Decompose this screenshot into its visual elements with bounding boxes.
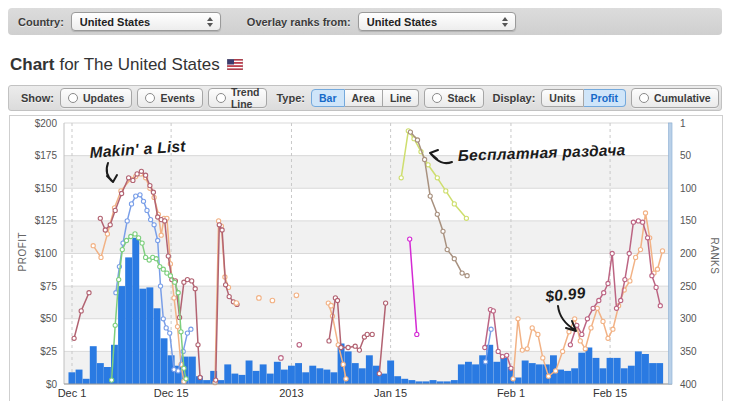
chart-type-segmented-control: Bar Area Line: [311, 89, 419, 107]
svg-text:$25: $25: [40, 346, 57, 357]
svg-text:Feb 15: Feb 15: [593, 387, 627, 399]
radio-icon: [68, 93, 78, 103]
svg-text:400: 400: [680, 379, 697, 390]
profit-axis-title: PROFIT: [17, 232, 28, 272]
display-label: Display:: [493, 92, 536, 104]
ranks-axis-ticks: 150100150200250300350400: [680, 118, 697, 390]
trend-line-toggle-button[interactable]: Trend Line: [208, 88, 268, 108]
svg-text:150: 150: [680, 215, 697, 226]
svg-text:$75: $75: [40, 281, 57, 292]
overlay-ranks-label: Overlay ranks from:: [247, 16, 351, 28]
profit-axis-ticks: $200$175$150$125$100$75$50$25$0: [35, 118, 58, 390]
cumulative-toggle-button[interactable]: Cumulative: [631, 88, 719, 108]
page-title-rest: for The United States: [59, 55, 219, 75]
svg-text:$50: $50: [40, 313, 57, 324]
svg-text:2013: 2013: [279, 387, 303, 399]
svg-text:$125: $125: [35, 215, 58, 226]
svg-text:350: 350: [680, 346, 697, 357]
svg-text:$175: $175: [35, 150, 58, 161]
display-profit-button[interactable]: Profit: [584, 89, 626, 107]
country-label: Country:: [18, 16, 64, 28]
radio-icon: [216, 93, 226, 103]
display-segmented-control: Units Profit: [541, 89, 626, 107]
country-select[interactable]: United States: [71, 12, 221, 31]
svg-text:250: 250: [680, 281, 697, 292]
dropdown-stepper-icon: [500, 15, 511, 28]
top-bar: Country: United States Overlay ranks fro…: [8, 8, 722, 35]
page-title-chart: Chart: [10, 55, 54, 75]
trend-line-toggle-label: Trend Line: [231, 86, 260, 110]
svg-text:$100: $100: [35, 248, 58, 259]
updates-toggle-label: Updates: [83, 92, 124, 104]
svg-text:$150: $150: [35, 183, 58, 194]
overlay-ranks-select[interactable]: United States: [358, 12, 516, 31]
cumulative-toggle-label: Cumulative: [654, 92, 711, 104]
updates-toggle-button[interactable]: Updates: [60, 88, 132, 108]
type-line-button[interactable]: Line: [383, 89, 420, 107]
radio-icon: [145, 93, 155, 103]
show-label: Show:: [21, 92, 54, 104]
us-flag-icon: [227, 56, 243, 74]
chart-canvas[interactable]: $200$175$150$125$100$75$50$25$0150100150…: [10, 116, 722, 401]
svg-text:1: 1: [680, 118, 686, 129]
date-axis-ticks: Dec 1Dec 152013Jan 15Feb 1Feb 15: [58, 387, 628, 399]
country-select-value: United States: [80, 16, 201, 28]
overlay-ranks-select-value: United States: [367, 16, 496, 28]
svg-text:200: 200: [680, 248, 697, 259]
ranks-axis-title: RANKS: [709, 238, 720, 275]
svg-text:Dec 15: Dec 15: [154, 387, 189, 399]
svg-text:300: 300: [680, 313, 697, 324]
chart-toolbar: Show: Updates Events Trend Line Type: Ba…: [8, 85, 722, 111]
profit-ranks-chart[interactable]: $200$175$150$125$100$75$50$25$0150100150…: [9, 115, 723, 401]
svg-text:Dec 1: Dec 1: [58, 387, 87, 399]
svg-text:100: 100: [680, 183, 697, 194]
type-label: Type:: [276, 92, 305, 104]
svg-text:Feb 1: Feb 1: [497, 387, 525, 399]
stack-toggle-label: Stack: [447, 92, 475, 104]
dropdown-stepper-icon: [205, 15, 216, 28]
type-area-button[interactable]: Area: [345, 89, 383, 107]
svg-text:Jan 15: Jan 15: [374, 387, 407, 399]
svg-text:$200: $200: [35, 118, 58, 129]
page-title: Chart for The United States: [10, 54, 243, 76]
events-toggle-label: Events: [160, 92, 194, 104]
right-axis-strip: [669, 123, 673, 384]
radio-icon: [432, 93, 442, 103]
svg-text:$0: $0: [46, 379, 58, 390]
svg-text:50: 50: [680, 150, 692, 161]
display-units-button[interactable]: Units: [541, 89, 583, 107]
radio-icon: [639, 93, 649, 103]
events-toggle-button[interactable]: Events: [137, 88, 202, 108]
type-bar-button[interactable]: Bar: [311, 89, 345, 107]
stack-toggle-button[interactable]: Stack: [424, 88, 483, 108]
